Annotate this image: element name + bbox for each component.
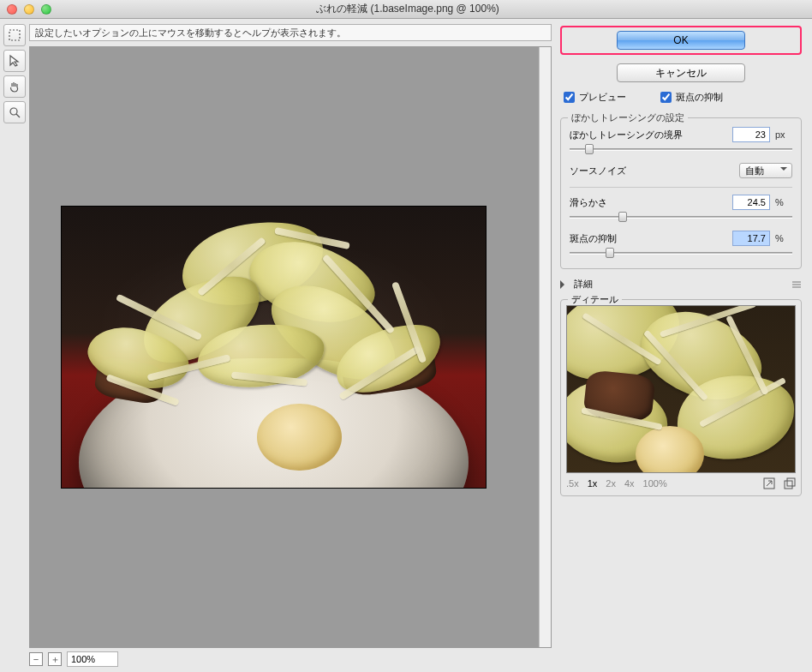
direct-select-tool[interactable] — [3, 50, 26, 72]
cancel-button[interactable]: キャンセル — [617, 63, 745, 82]
smoothing-input[interactable] — [732, 195, 770, 210]
preview-checkbox[interactable]: プレビュー — [564, 91, 626, 104]
advanced-disclosure[interactable]: 詳細 — [560, 276, 802, 292]
zoom-tool[interactable] — [3, 101, 26, 123]
canvas-footer: − ＋ — [29, 648, 552, 667]
smoothing-label: 滑らかさ — [570, 196, 607, 209]
image-preview — [61, 206, 487, 489]
artifact-suppression-checkbox[interactable]: 斑点の抑制 — [660, 91, 723, 104]
zoom-in-button[interactable]: ＋ — [48, 652, 62, 666]
dock-icon[interactable] — [763, 477, 775, 489]
blur-trace-settings-group: ぼかしトレーシングの設定 ぼかしトレーシングの境界 px ソースノイズ 自動 — [560, 117, 802, 269]
zoom-field[interactable] — [67, 651, 118, 667]
advanced-label: 詳細 — [574, 278, 593, 291]
group-legend: ぼかしトレーシングの設定 — [568, 111, 688, 124]
detail-zoom-1x[interactable]: 1x — [588, 478, 598, 489]
svg-rect-0 — [9, 30, 20, 40]
artifact-amount-slider[interactable] — [570, 248, 792, 258]
zoom-out-button[interactable]: − — [29, 652, 43, 666]
canvas[interactable] — [29, 46, 552, 648]
svg-point-1 — [10, 108, 17, 115]
plus-icon: ＋ — [51, 653, 60, 666]
svg-rect-3 — [785, 481, 792, 489]
undock-icon[interactable] — [784, 477, 796, 489]
help-text: 設定したいオプションの上にマウスを移動するとヘルプが表示されます。 — [35, 27, 346, 39]
detail-group: ディテール .5x 1x 2x 4x 100 — [560, 299, 802, 496]
panel-menu-icon[interactable] — [791, 281, 802, 288]
zoom-window-button[interactable] — [41, 4, 51, 15]
detail-legend: ディテール — [568, 293, 622, 306]
disclosure-triangle-icon — [560, 280, 569, 289]
blur-trace-bounds-slider[interactable] — [570, 144, 792, 154]
hand-tool[interactable] — [3, 75, 26, 98]
toolbar — [0, 19, 29, 672]
ok-button[interactable]: OK — [617, 31, 745, 50]
arrow-icon — [8, 54, 21, 68]
blur-trace-bounds-input[interactable] — [732, 127, 770, 142]
artifact-amount-input[interactable] — [732, 231, 770, 246]
vertical-scrollbar[interactable] — [539, 47, 551, 647]
blur-trace-bounds-label: ぼかしトレーシングの境界 — [570, 129, 683, 141]
source-noise-select[interactable]: 自動 — [739, 163, 792, 178]
hand-icon — [8, 80, 21, 93]
artifact-amount-label: 斑点の抑制 — [570, 232, 617, 245]
smoothing-slider[interactable] — [570, 212, 792, 222]
svg-rect-4 — [787, 478, 795, 486]
detail-zoom-2x[interactable]: 2x — [606, 478, 616, 489]
settings-panel: OK キャンセル プレビュー 斑点の抑制 ぼかしトレーシングの設定 ぼかしトレー… — [555, 19, 812, 672]
minimize-window-button[interactable] — [24, 4, 34, 15]
minus-icon: − — [33, 654, 39, 664]
marquee-tool[interactable] — [3, 24, 26, 46]
marquee-icon — [8, 28, 21, 42]
window-title: ぶれの軽減 (1.baseImage.png @ 100%) — [51, 2, 764, 16]
detail-zoom-bar: .5x 1x 2x 4x 100% — [566, 473, 796, 490]
detail-zoom-05x[interactable]: .5x — [566, 478, 579, 489]
help-bar: 設定したいオプションの上にマウスを移動するとヘルプが表示されます。 — [29, 24, 552, 41]
detail-zoom-4x[interactable]: 4x — [624, 478, 635, 489]
ok-highlight: OK — [560, 26, 802, 55]
magnifier-icon — [8, 105, 21, 119]
traffic-lights — [7, 4, 51, 15]
close-window-button[interactable] — [7, 4, 17, 15]
detail-zoom-100[interactable]: 100% — [643, 478, 667, 489]
source-noise-label: ソースノイズ — [570, 165, 626, 177]
detail-preview[interactable] — [566, 305, 796, 473]
title-bar: ぶれの軽減 (1.baseImage.png @ 100%) — [0, 0, 812, 19]
